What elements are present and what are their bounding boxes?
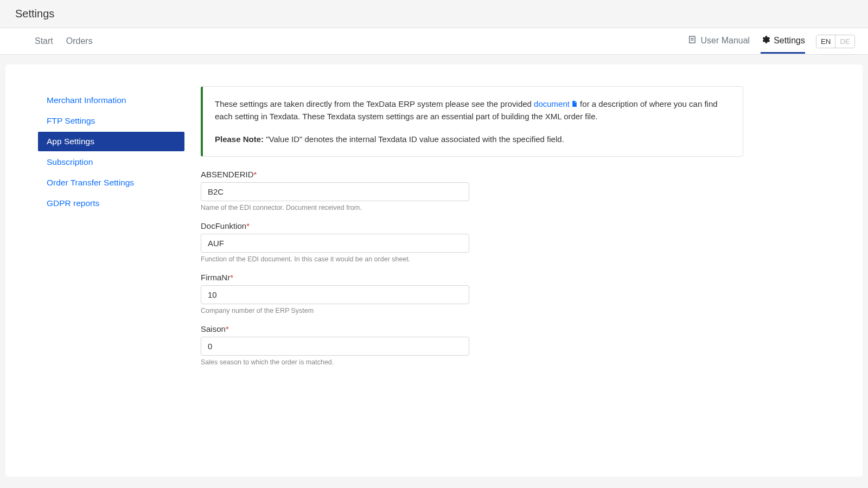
required-asterisk: * [254, 170, 257, 179]
settings-sidebar: Merchant Information FTP Settings App Se… [16, 81, 184, 455]
top-nav-left: Start Orders [13, 36, 93, 46]
info-box-note: Please Note: "Value ID" denotes the inte… [215, 133, 731, 145]
page-title: Settings [0, 0, 868, 28]
nav-link-settings[interactable]: Settings [761, 29, 805, 54]
note-label: Please Note: [215, 134, 264, 144]
help-docfunktion: Function of the EDI document. In this ca… [201, 255, 469, 263]
label-text: DocFunktion [201, 221, 246, 230]
label-text: FirmaNr [201, 273, 230, 282]
form-field-absenderid: ABSENDERID* Name of the EDI connector. D… [201, 170, 469, 211]
help-firmanr: Company number of the ERP System [201, 307, 469, 314]
label-text: Saison [201, 324, 226, 333]
help-absenderid: Name of the EDI connector. Document rece… [201, 204, 469, 211]
nav-link-settings-label: Settings [774, 36, 805, 46]
language-switch: EN DE [816, 35, 855, 48]
form-field-firmanr: FirmaNr* Company number of the ERP Syste… [201, 273, 469, 314]
required-asterisk: * [246, 221, 250, 230]
form-field-docfunktion: DocFunktion* Function of the EDI documen… [201, 221, 469, 263]
required-asterisk: * [230, 273, 233, 282]
nav-link-start[interactable]: Start [35, 36, 53, 46]
file-pdf-icon [570, 99, 578, 108]
gear-icon [761, 35, 770, 47]
label-absenderid: ABSENDERID* [201, 170, 469, 179]
nav-link-user-manual[interactable]: User Manual [687, 35, 750, 48]
input-docfunktion[interactable] [201, 234, 469, 253]
document-link-label: document [534, 99, 570, 108]
sidebar-item-app-settings[interactable]: App Settings [38, 132, 184, 151]
input-absenderid[interactable] [201, 182, 469, 201]
lang-de-button[interactable]: DE [835, 35, 854, 48]
sidebar-item-gdpr-reports[interactable]: GDPR reports [38, 194, 184, 213]
lang-en-button[interactable]: EN [816, 35, 835, 48]
sidebar-item-order-transfer-settings[interactable]: Order Transfer Settings [38, 173, 184, 192]
top-nav-right: User Manual Settings EN DE [687, 29, 855, 54]
info-box: These settings are taken directly from t… [201, 86, 743, 157]
top-nav: Start Orders User Manual Settings EN DE [0, 28, 868, 55]
sidebar-item-merchant-information[interactable]: Merchant Information [38, 91, 184, 110]
book-icon [687, 35, 697, 47]
label-saison: Saison* [201, 324, 469, 333]
required-asterisk: * [226, 324, 229, 333]
info-text-before: These settings are taken directly from t… [215, 99, 534, 108]
label-text: ABSENDERID [201, 170, 254, 179]
note-text: "Value ID" denotes the internal Texdata … [264, 134, 564, 144]
help-saison: Sales season to which the order is match… [201, 358, 469, 366]
main-card: Merchant Information FTP Settings App Se… [5, 65, 863, 477]
nav-link-user-manual-label: User Manual [700, 36, 750, 46]
info-box-paragraph: These settings are taken directly from t… [215, 98, 731, 123]
document-link[interactable]: document [534, 99, 578, 108]
content-area: These settings are taken directly from t… [201, 81, 743, 455]
sidebar-item-subscription[interactable]: Subscription [38, 152, 184, 172]
input-saison[interactable] [201, 337, 469, 356]
nav-link-orders[interactable]: Orders [66, 36, 93, 46]
sidebar-item-ftp-settings[interactable]: FTP Settings [38, 111, 184, 131]
label-firmanr: FirmaNr* [201, 273, 469, 282]
label-docfunktion: DocFunktion* [201, 221, 469, 230]
form-field-saison: Saison* Sales season to which the order … [201, 324, 469, 366]
input-firmanr[interactable] [201, 285, 469, 304]
